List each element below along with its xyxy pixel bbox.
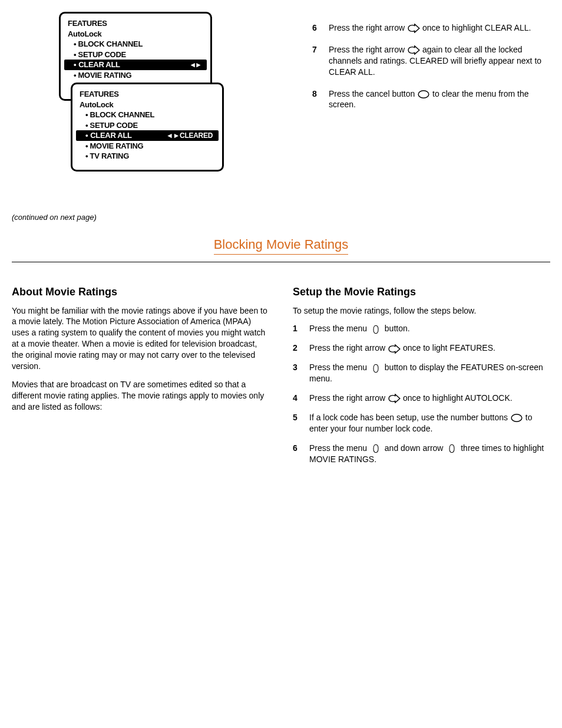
tv-subheading: AutoLock — [72, 100, 222, 110]
autolock-menu-illustration: FEATURES AutoLock BLOCK CHANNEL SETUP CO… — [59, 12, 295, 189]
tv-menu-item: MOVIE RATING — [72, 141, 222, 151]
setup-movie-ratings-heading: Setup the Movie Ratings — [293, 285, 550, 299]
svg-point-0 — [418, 91, 429, 98]
tv-subheading: AutoLock — [61, 29, 210, 39]
svg-point-1 — [511, 414, 522, 421]
top-step-list: 6 Press the right arrow once to highligh… — [312, 12, 550, 189]
cleared-status: ◄►CLEARED — [166, 131, 213, 140]
number-buttons-icon — [510, 413, 523, 423]
tv-menu-item: BLOCK CHANNEL — [72, 110, 222, 120]
tv-heading: FEATURES — [72, 89, 222, 100]
section-title: Blocking Movie Ratings — [214, 236, 349, 255]
setup-step-3: 3 Press the menu button to display the F… — [293, 362, 550, 384]
menu-button-icon — [369, 444, 382, 453]
tv-menu-item: BLOCK CHANNEL — [61, 39, 210, 50]
about-movie-ratings-heading: About Movie Ratings — [12, 285, 269, 299]
right-column: Setup the Movie Ratings To setup the mov… — [293, 280, 550, 473]
down-arrow-icon — [445, 444, 458, 453]
continued-note: (continued on next page) — [12, 212, 550, 223]
menu-button-icon — [369, 364, 382, 373]
tv-menu-item: SETUP CODE — [72, 120, 222, 131]
right-arrow-icon — [388, 394, 401, 403]
right-arrow-icon — [407, 45, 420, 55]
right-arrow-icon — [388, 344, 401, 354]
cancel-button-icon — [417, 90, 430, 99]
step-8: 8 Press the cancel button to clear the m… — [312, 88, 550, 111]
setup-step-5: 5 If a lock code has been setup, use the… — [293, 412, 550, 434]
setup-step-2: 2 Press the right arrow once to light FE… — [293, 342, 550, 354]
tv-menu-item-highlighted: •CLEAR ALL ◄►CLEARED — [76, 130, 219, 141]
menu-button-icon — [369, 325, 382, 334]
setup-step-6: 6 Press the menu and down arrow three ti… — [293, 443, 550, 465]
about-movie-ratings-p1: You might be familiar with the movie rat… — [12, 305, 269, 372]
about-movie-ratings-p2: Movies that are broadcast on TV are some… — [12, 379, 269, 413]
tv-heading: FEATURES — [61, 18, 210, 29]
tv-menu-item-highlighted: •CLEAR ALL ◄► — [64, 60, 207, 70]
tv-menu-item: SETUP CODE — [61, 50, 210, 60]
setup-step-4: 4 Press the right arrow once to highligh… — [293, 393, 550, 404]
setup-intro: To setup the movie ratings, follow the s… — [293, 305, 550, 317]
step-6: 6 Press the right arrow once to highligh… — [312, 22, 550, 34]
tv-menu-box-cleared: FEATURES AutoLock BLOCK CHANNEL SETUP CO… — [71, 83, 224, 172]
tv-menu-item: MOVIE RATING — [61, 70, 210, 81]
left-column: About Movie Ratings You might be familia… — [12, 280, 269, 473]
setup-step-1: 1 Press the menu button. — [293, 323, 550, 334]
arrows-icon: ◄► — [189, 60, 201, 70]
right-arrow-icon — [407, 24, 420, 33]
step-7: 7 Press the right arrow again to clear a… — [312, 44, 550, 78]
section-divider — [12, 262, 550, 262]
tv-menu-item: TV RATING — [72, 151, 222, 162]
